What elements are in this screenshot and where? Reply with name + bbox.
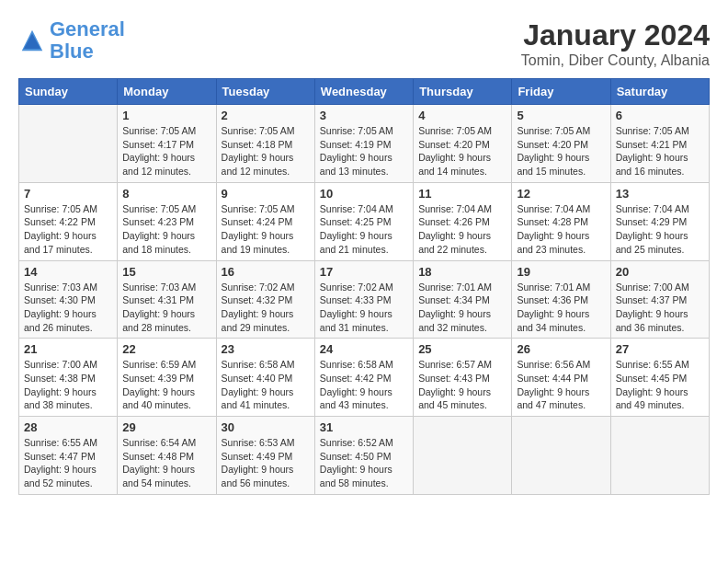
day-info: Sunrise: 7:04 AMSunset: 4:28 PMDaylight:… <box>517 202 605 257</box>
day-info: Sunrise: 7:05 AMSunset: 4:17 PMDaylight:… <box>122 124 210 178</box>
calendar-cell: 22Sunrise: 6:59 AMSunset: 4:39 PMDayligh… <box>118 339 216 417</box>
day-info: Sunrise: 6:55 AMSunset: 4:45 PMDaylight:… <box>616 358 704 412</box>
weekday-header-sunday: Sunday <box>19 79 118 105</box>
calendar-cell <box>512 417 610 495</box>
calendar-cell: 13Sunrise: 7:04 AMSunset: 4:29 PMDayligh… <box>610 182 709 260</box>
calendar-cell <box>19 105 118 183</box>
calendar-body: 1Sunrise: 7:05 AMSunset: 4:17 PMDaylight… <box>19 105 710 495</box>
day-number: 11 <box>418 187 506 201</box>
page-subtitle: Tomin, Diber County, Albania <box>521 52 710 69</box>
calendar-cell: 29Sunrise: 6:54 AMSunset: 4:48 PMDayligh… <box>118 417 216 495</box>
day-info: Sunrise: 7:04 AMSunset: 4:25 PMDaylight:… <box>320 202 408 257</box>
weekday-header-wednesday: Wednesday <box>314 79 413 105</box>
day-number: 12 <box>517 187 605 201</box>
day-number: 5 <box>517 109 605 122</box>
calendar-cell: 7Sunrise: 7:05 AMSunset: 4:22 PMDaylight… <box>19 182 118 260</box>
calendar-header: SundayMondayTuesdayWednesdayThursdayFrid… <box>19 79 710 105</box>
calendar-table: SundayMondayTuesdayWednesdayThursdayFrid… <box>18 78 710 495</box>
day-info: Sunrise: 7:04 AMSunset: 4:26 PMDaylight:… <box>418 202 506 257</box>
day-info: Sunrise: 7:05 AMSunset: 4:20 PMDaylight:… <box>517 124 605 178</box>
calendar-week-4: 21Sunrise: 7:00 AMSunset: 4:38 PMDayligh… <box>19 339 710 417</box>
calendar-cell: 16Sunrise: 7:02 AMSunset: 4:32 PMDayligh… <box>216 260 314 339</box>
calendar-cell: 27Sunrise: 6:55 AMSunset: 4:45 PMDayligh… <box>610 339 709 417</box>
logo-line2: Blue <box>50 40 94 63</box>
calendar-cell: 31Sunrise: 6:52 AMSunset: 4:50 PMDayligh… <box>314 417 413 495</box>
day-info: Sunrise: 6:53 AMSunset: 4:49 PMDaylight:… <box>222 436 310 490</box>
day-number: 10 <box>320 187 408 201</box>
day-number: 4 <box>418 109 506 122</box>
day-number: 3 <box>320 109 408 122</box>
calendar-week-5: 28Sunrise: 6:55 AMSunset: 4:47 PMDayligh… <box>19 417 710 495</box>
day-number: 16 <box>222 265 310 279</box>
calendar-cell: 4Sunrise: 7:05 AMSunset: 4:20 PMDaylight… <box>414 105 512 183</box>
day-number: 18 <box>418 265 506 279</box>
day-info: Sunrise: 7:05 AMSunset: 4:21 PMDaylight:… <box>616 124 704 178</box>
day-info: Sunrise: 7:05 AMSunset: 4:18 PMDaylight:… <box>222 124 310 178</box>
calendar-cell: 5Sunrise: 7:05 AMSunset: 4:20 PMDaylight… <box>512 105 610 183</box>
calendar-cell: 12Sunrise: 7:04 AMSunset: 4:28 PMDayligh… <box>512 182 610 260</box>
calendar-cell: 1Sunrise: 7:05 AMSunset: 4:17 PMDaylight… <box>118 105 216 183</box>
calendar-cell: 26Sunrise: 6:56 AMSunset: 4:44 PMDayligh… <box>512 339 610 417</box>
calendar-cell: 10Sunrise: 7:04 AMSunset: 4:25 PMDayligh… <box>314 182 413 260</box>
day-info: Sunrise: 7:02 AMSunset: 4:33 PMDaylight:… <box>320 281 408 335</box>
day-info: Sunrise: 7:05 AMSunset: 4:24 PMDaylight:… <box>222 202 310 257</box>
day-info: Sunrise: 7:03 AMSunset: 4:31 PMDaylight:… <box>122 281 210 335</box>
day-info: Sunrise: 7:01 AMSunset: 4:34 PMDaylight:… <box>418 281 506 335</box>
day-info: Sunrise: 7:05 AMSunset: 4:22 PMDaylight:… <box>24 202 112 257</box>
calendar-cell: 25Sunrise: 6:57 AMSunset: 4:43 PMDayligh… <box>414 339 512 417</box>
day-number: 6 <box>616 109 704 122</box>
page-header: General Blue January 2024 Tomin, Diber C… <box>18 18 710 69</box>
calendar-cell <box>414 417 512 495</box>
day-number: 19 <box>517 265 605 279</box>
logo-text: General Blue <box>50 18 125 63</box>
calendar-cell: 6Sunrise: 7:05 AMSunset: 4:21 PMDaylight… <box>610 105 709 183</box>
day-number: 29 <box>122 420 210 434</box>
calendar-cell: 28Sunrise: 6:55 AMSunset: 4:47 PMDayligh… <box>19 417 118 495</box>
calendar-cell: 23Sunrise: 6:58 AMSunset: 4:40 PMDayligh… <box>216 339 314 417</box>
day-info: Sunrise: 7:02 AMSunset: 4:32 PMDaylight:… <box>222 281 310 335</box>
logo: General Blue <box>18 18 125 63</box>
calendar-cell: 17Sunrise: 7:02 AMSunset: 4:33 PMDayligh… <box>314 260 413 339</box>
day-number: 26 <box>517 342 605 356</box>
day-info: Sunrise: 6:58 AMSunset: 4:40 PMDaylight:… <box>222 358 310 412</box>
day-number: 13 <box>616 187 704 201</box>
day-number: 28 <box>24 420 112 434</box>
calendar-week-3: 14Sunrise: 7:03 AMSunset: 4:30 PMDayligh… <box>19 260 710 339</box>
weekday-header-tuesday: Tuesday <box>216 79 314 105</box>
day-number: 9 <box>222 187 310 201</box>
calendar-cell <box>610 417 709 495</box>
day-info: Sunrise: 6:58 AMSunset: 4:42 PMDaylight:… <box>320 358 408 412</box>
calendar-cell: 14Sunrise: 7:03 AMSunset: 4:30 PMDayligh… <box>19 260 118 339</box>
page-title: January 2024 <box>521 18 710 52</box>
day-number: 31 <box>320 420 408 434</box>
day-info: Sunrise: 6:59 AMSunset: 4:39 PMDaylight:… <box>122 358 210 412</box>
weekday-header-saturday: Saturday <box>610 79 709 105</box>
day-number: 30 <box>222 420 310 434</box>
calendar-cell: 11Sunrise: 7:04 AMSunset: 4:26 PMDayligh… <box>414 182 512 260</box>
day-info: Sunrise: 6:57 AMSunset: 4:43 PMDaylight:… <box>418 358 506 412</box>
calendar-cell: 9Sunrise: 7:05 AMSunset: 4:24 PMDaylight… <box>216 182 314 260</box>
day-number: 2 <box>222 109 310 122</box>
weekday-header-friday: Friday <box>512 79 610 105</box>
day-info: Sunrise: 7:04 AMSunset: 4:29 PMDaylight:… <box>616 202 704 257</box>
calendar-week-1: 1Sunrise: 7:05 AMSunset: 4:17 PMDaylight… <box>19 105 710 183</box>
day-number: 22 <box>122 342 210 356</box>
day-info: Sunrise: 7:05 AMSunset: 4:20 PMDaylight:… <box>418 124 506 178</box>
calendar-cell: 19Sunrise: 7:01 AMSunset: 4:36 PMDayligh… <box>512 260 610 339</box>
day-info: Sunrise: 7:05 AMSunset: 4:23 PMDaylight:… <box>122 202 210 257</box>
day-number: 7 <box>24 187 112 201</box>
day-number: 15 <box>122 265 210 279</box>
calendar-week-2: 7Sunrise: 7:05 AMSunset: 4:22 PMDaylight… <box>19 182 710 260</box>
day-info: Sunrise: 6:56 AMSunset: 4:44 PMDaylight:… <box>517 358 605 412</box>
day-number: 21 <box>24 342 112 356</box>
calendar-cell: 18Sunrise: 7:01 AMSunset: 4:34 PMDayligh… <box>414 260 512 339</box>
day-number: 24 <box>320 342 408 356</box>
day-info: Sunrise: 7:05 AMSunset: 4:19 PMDaylight:… <box>320 124 408 178</box>
day-number: 23 <box>222 342 310 356</box>
svg-marker-1 <box>24 34 40 50</box>
day-info: Sunrise: 6:52 AMSunset: 4:50 PMDaylight:… <box>320 436 408 490</box>
day-number: 1 <box>122 109 210 122</box>
calendar-cell: 15Sunrise: 7:03 AMSunset: 4:31 PMDayligh… <box>118 260 216 339</box>
calendar-cell: 24Sunrise: 6:58 AMSunset: 4:42 PMDayligh… <box>314 339 413 417</box>
day-info: Sunrise: 7:01 AMSunset: 4:36 PMDaylight:… <box>517 281 605 335</box>
